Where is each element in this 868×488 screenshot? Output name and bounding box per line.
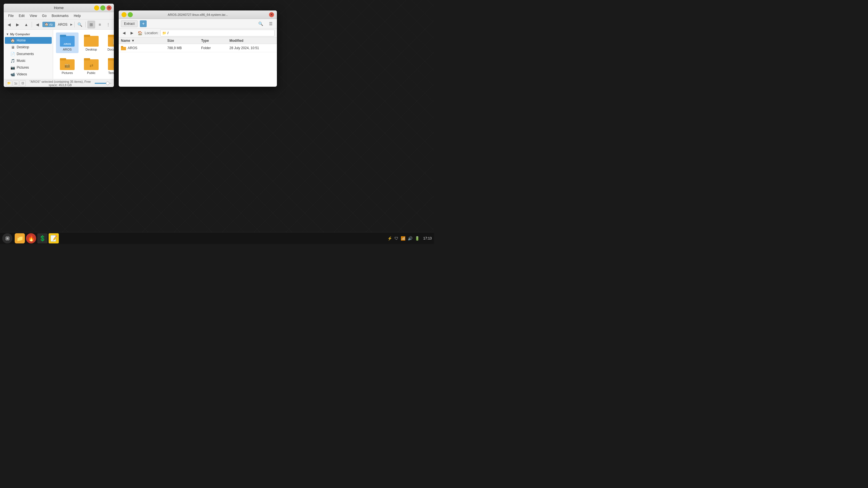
fm-content: ▼ My Computer 🏠 Home 🖥 Desktop 📄 Documen… (4, 30, 114, 79)
view-buttons: ⊞ ≡ ⋮ (87, 21, 112, 29)
am-menu-button[interactable]: ☰ (267, 20, 275, 28)
status-btn-2[interactable]: 1c (13, 80, 19, 87)
menu-bookmarks[interactable]: Bookmarks (50, 13, 71, 19)
am-maximize-button[interactable]: □ (128, 12, 133, 17)
am-titlebar: ─ □ AROS-20240727-linux-x86_64-system.ta… (119, 10, 277, 19)
row-aros-modified: 28 July 2024, 10:51 (229, 46, 275, 50)
status-buttons: 📁 1c ⊡ (6, 80, 26, 87)
sidebar-home-label: Home (17, 38, 26, 42)
col-type[interactable]: Type (201, 39, 229, 43)
up-button[interactable]: ▲ (23, 21, 30, 29)
file-item-public[interactable]: ⇄ Public (80, 56, 102, 76)
am-forward-button[interactable]: ▶ (129, 30, 135, 36)
close-button[interactable]: ✕ (106, 5, 112, 10)
my-computer-section[interactable]: ▼ My Computer (4, 31, 53, 37)
col-size[interactable]: Size (167, 39, 201, 43)
file-item-desktop[interactable]: Desktop (80, 32, 102, 53)
archive-manager-window: ─ □ AROS-20240727-linux-x86_64-system.ta… (119, 10, 277, 87)
col-modified[interactable]: Modified (229, 39, 275, 43)
maximize-button[interactable]: □ (100, 5, 105, 10)
table-row[interactable]: AROS 788,9 MB Folder 28 July 2024, 10:51 (119, 44, 277, 52)
menu-view[interactable]: View (27, 13, 39, 19)
path-arrow-icon: ▶ (70, 23, 73, 26)
tray-time: 17:13 (422, 236, 432, 240)
menu-go[interactable]: Go (40, 13, 49, 19)
home-sidebar-icon: 🏠 (10, 38, 15, 43)
back-button[interactable]: ◀ (5, 21, 13, 29)
file-item-pictures[interactable]: 📷 Pictures (56, 56, 79, 76)
fm-titlebar: Home ─ □ ✕ (4, 4, 114, 12)
search-button[interactable]: 🔍 (76, 21, 84, 29)
col-modified-label: Modified (229, 39, 243, 43)
fm-window-controls: ─ □ ✕ (94, 5, 112, 10)
battery-icon[interactable]: 🔋 (415, 236, 420, 240)
sidebar-music-label: Music (17, 59, 25, 63)
am-location-label: Location: (145, 31, 158, 35)
list-view-button[interactable]: ≡ (96, 21, 104, 29)
taskbar-firefox-icon[interactable]: 🔥 (26, 233, 36, 243)
desktop-folder-icon (84, 34, 99, 46)
forward-button[interactable]: ▶ (14, 21, 21, 29)
col-name[interactable]: Name ▼ (121, 39, 167, 43)
zoom-slider[interactable] (95, 83, 112, 84)
sidebar-item-pictures[interactable]: 📷 Pictures (5, 64, 52, 71)
taskbar-files-icon[interactable]: 📁 (15, 233, 25, 243)
grid-view-button[interactable]: ⊞ (87, 21, 95, 29)
am-minimize-button[interactable]: ─ (122, 12, 127, 17)
am-title: AROS-20240727-linux-x86_64-system.tar... (168, 13, 228, 17)
am-folder-icon: 📁 (162, 31, 166, 35)
bluetooth-icon[interactable]: ⚡ (388, 236, 392, 240)
taskbar-app-icons: 📁 🔥 💲 📝 (15, 233, 59, 243)
am-close-button[interactable]: ✕ (269, 12, 274, 17)
row-aros-name: AROS (128, 46, 137, 50)
minimize-button[interactable]: ─ (94, 5, 99, 10)
volume-icon[interactable]: 🔊 (408, 236, 412, 240)
file-item-aros[interactable]: AROS AROS (56, 32, 79, 53)
compact-view-button[interactable]: ⋮ (104, 21, 112, 29)
fm-menubar: File Edit View Go Bookmarks Help (4, 12, 114, 20)
row-name: AROS (121, 46, 167, 50)
am-location-path[interactable]: 📁 / (160, 30, 275, 36)
toolbar-separator (32, 22, 32, 27)
file-item-templates[interactable]: 📋 Templates (104, 56, 114, 76)
extract-button[interactable]: Extract (121, 20, 137, 27)
sidebar-item-desktop[interactable]: 🖥 Desktop (5, 44, 52, 51)
toolbar-separator-3 (85, 22, 86, 27)
system-tray: ⚡ 🛡 📶 🔊 🔋 17:13 (388, 236, 432, 240)
svg-rect-2 (84, 36, 99, 46)
shield-icon[interactable]: 🛡 (395, 236, 398, 240)
wifi-icon[interactable]: 📶 (401, 236, 405, 240)
fm-sidebar: ▼ My Computer 🏠 Home 🖥 Desktop 📄 Documen… (4, 30, 53, 79)
collapse-icon: ▼ (6, 32, 9, 36)
sidebar-item-music[interactable]: 🎵 Music (5, 57, 52, 64)
menu-edit[interactable]: Edit (17, 13, 27, 19)
file-item-documents[interactable]: 📄 Documents (104, 32, 114, 53)
home-location-button[interactable]: 🏠 rfz (42, 22, 55, 27)
home-label: rfz (50, 23, 53, 26)
file-manager-window: Home ─ □ ✕ File Edit View Go Bookmarks H… (4, 4, 114, 87)
sidebar-item-home[interactable]: 🏠 Home (5, 37, 52, 44)
sidebar-item-documents[interactable]: 📄 Documents (5, 51, 52, 57)
sidebar-pictures-label: Pictures (17, 66, 29, 69)
file-name-templates: Templates (108, 71, 114, 75)
am-search-button[interactable]: 🔍 (256, 20, 265, 28)
status-btn-1[interactable]: 📁 (6, 80, 12, 87)
menu-file[interactable]: File (6, 13, 16, 19)
taskbar-terminal-icon[interactable]: 💲 (37, 233, 48, 243)
sidebar-videos-label: Videos (17, 72, 27, 76)
status-btn-3[interactable]: ⊡ (20, 80, 26, 87)
fm-statusbar: 📁 1c ⊡ "AROS" selected (containing 35 it… (4, 79, 114, 87)
sidebar-item-videos[interactable]: 📹 Videos (5, 71, 52, 78)
am-back-button[interactable]: ◀ (121, 30, 127, 36)
add-button[interactable]: + (140, 20, 147, 27)
start-button[interactable]: ⊞ (2, 233, 12, 243)
path-segment-aros[interactable]: AROS (56, 22, 69, 27)
prev-location-button[interactable]: ◀ (34, 21, 41, 29)
svg-text:📋: 📋 (113, 63, 114, 68)
col-type-label: Type (201, 39, 209, 43)
menu-help[interactable]: Help (71, 13, 83, 19)
svg-rect-5 (108, 35, 114, 37)
am-home-button[interactable]: 🏠 (137, 30, 143, 36)
svg-rect-17 (84, 58, 90, 60)
taskbar-notes-icon[interactable]: 📝 (49, 233, 59, 243)
